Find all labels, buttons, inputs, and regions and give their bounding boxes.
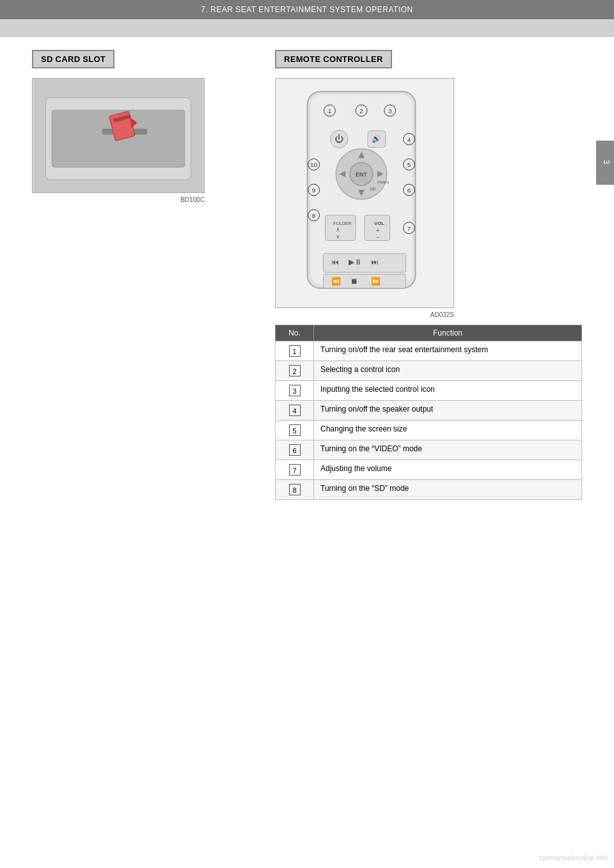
row-number: 6 — [276, 440, 314, 460]
col-function-header: Function — [314, 325, 582, 341]
main-content: SD CARD SLOT BD100C REMOTE — [0, 50, 614, 500]
svg-text:SD: SD — [370, 187, 376, 191]
number-box: 3 — [289, 385, 301, 396]
svg-text:⏪: ⏪ — [331, 276, 341, 286]
row-function: Turning on/off the speaker output — [314, 401, 582, 421]
row-number: 3 — [276, 381, 314, 401]
table-row: 4Turning on/off the speaker output — [276, 401, 582, 421]
table-row: 5Changing the screen size — [276, 421, 582, 440]
table-row: 1Turning on/off the rear seat entertainm… — [276, 341, 582, 361]
svg-text:VIDEO: VIDEO — [377, 180, 390, 184]
row-function: Adjusting the volume — [314, 460, 582, 480]
remote-section: REMOTE CONTROLLER 1 2 3 — [275, 50, 582, 500]
row-function: Turning on the “VIDEO” mode — [314, 440, 582, 460]
header-title: 7. REAR SEAT ENTERTAINMENT SYSTEM OPERAT… — [201, 5, 413, 14]
row-number: 2 — [276, 361, 314, 381]
row-function: Changing the screen size — [314, 421, 582, 440]
svg-text:⏹: ⏹ — [350, 277, 358, 286]
chapter-tab: 3 — [596, 141, 614, 185]
svg-text:∧: ∧ — [336, 226, 340, 233]
svg-text:10: 10 — [310, 161, 318, 168]
svg-text:▶⏸: ▶⏸ — [349, 258, 362, 267]
sd-caption: BD100C — [32, 196, 205, 203]
function-table: No. Function 1Turning on/off the rear se… — [275, 325, 582, 500]
svg-text:7: 7 — [407, 225, 411, 232]
table-row: 7Adjusting the volume — [276, 460, 582, 480]
svg-text:⏩: ⏩ — [371, 276, 381, 286]
number-box: 2 — [289, 365, 301, 376]
number-box: 7 — [289, 464, 301, 476]
svg-text:∨: ∨ — [336, 233, 340, 240]
svg-text:5: 5 — [407, 161, 411, 168]
remote-image: 1 2 3 ⏻ 🔊 4 5 — [275, 78, 454, 308]
svg-text:3: 3 — [388, 107, 392, 114]
number-box: 4 — [289, 405, 301, 416]
row-function: Turning on/off the rear seat entertainme… — [314, 341, 582, 361]
svg-text:1: 1 — [328, 107, 332, 114]
svg-text:⏮: ⏮ — [331, 258, 339, 267]
table-row: 6Turning on the “VIDEO” mode — [276, 440, 582, 460]
row-number: 1 — [276, 341, 314, 361]
svg-text:9: 9 — [312, 187, 316, 194]
row-number: 7 — [276, 460, 314, 480]
sd-card-header: SD CARD SLOT — [32, 50, 114, 68]
row-number: 8 — [276, 480, 314, 500]
row-function: Inputting the selected control icon — [314, 381, 582, 401]
row-function: Selecting a control icon — [314, 361, 582, 381]
page-header: 7. REAR SEAT ENTERTAINMENT SYSTEM OPERAT… — [0, 0, 614, 19]
svg-text:ENT: ENT — [356, 171, 367, 178]
table-row: 2Selecting a control icon — [276, 361, 582, 381]
table-row: 8Turning on the “SD” mode — [276, 480, 582, 500]
watermark-logo: carmanualsonline.info — [539, 854, 608, 862]
svg-text:4: 4 — [407, 136, 411, 143]
svg-text:⏭: ⏭ — [371, 258, 379, 267]
svg-text:6: 6 — [407, 187, 411, 194]
number-box: 6 — [289, 444, 301, 456]
svg-text:🔊: 🔊 — [372, 134, 381, 143]
svg-text:⏻: ⏻ — [335, 134, 343, 144]
table-row: 3Inputting the selected control icon — [276, 381, 582, 401]
sd-card-section: SD CARD SLOT BD100C — [32, 50, 256, 500]
svg-text:FOLDER: FOLDER — [333, 221, 351, 226]
remote-header: REMOTE CONTROLLER — [275, 50, 392, 68]
svg-text:-: - — [377, 232, 379, 242]
row-number: 5 — [276, 421, 314, 440]
row-function: Turning on the “SD” mode — [314, 480, 582, 500]
number-box: 8 — [289, 484, 301, 495]
sub-bar — [0, 19, 614, 37]
row-number: 4 — [276, 401, 314, 421]
svg-text:VOL: VOL — [374, 221, 384, 226]
svg-text:8: 8 — [312, 212, 316, 219]
svg-text:2: 2 — [359, 107, 363, 114]
sd-card-image — [32, 78, 205, 193]
number-box: 5 — [289, 424, 301, 436]
number-box: 1 — [289, 345, 301, 357]
remote-caption: AD032S — [275, 311, 454, 318]
col-no-header: No. — [276, 325, 314, 341]
